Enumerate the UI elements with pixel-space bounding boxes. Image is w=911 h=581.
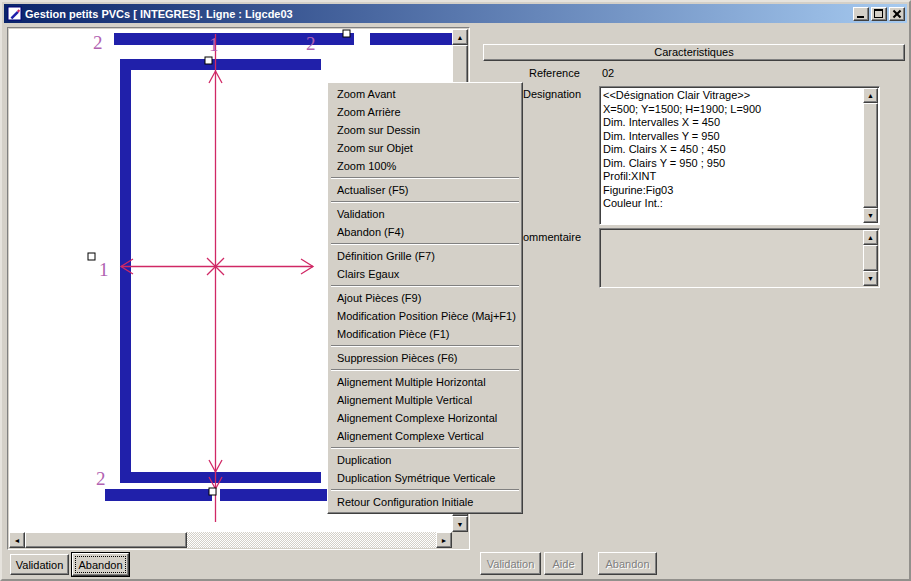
menu-item-zoom-sur-dessin[interactable]: Zoom sur Dessin xyxy=(330,121,520,139)
canvas-horizontal-scrollbar[interactable]: ◄ ► xyxy=(9,532,452,548)
menu-item-retour-configuration-initiale[interactable]: Retour Configuration Initiale xyxy=(330,493,520,511)
menu-separator xyxy=(331,489,519,491)
menu-item-abandon[interactable]: Abandon (F4) xyxy=(330,223,520,241)
menu-item-alignement-multiple-horizontal[interactable]: Alignement Multiple Horizontal xyxy=(330,373,520,391)
scroll-right-button[interactable]: ► xyxy=(436,532,452,548)
scroll-up-button[interactable]: ▲ xyxy=(863,230,878,245)
scrollbar-track[interactable] xyxy=(863,245,878,271)
scroll-down-icon: ▼ xyxy=(867,212,874,219)
scroll-down-button[interactable]: ▼ xyxy=(452,516,468,532)
menu-item-alignement-complexe-vertical[interactable]: Alignement Complexe Vertical xyxy=(330,427,520,445)
scroll-down-button[interactable]: ▼ xyxy=(863,208,878,223)
menu-item-validation[interactable]: Validation xyxy=(330,205,520,223)
scroll-up-button[interactable]: ▲ xyxy=(452,29,468,45)
menu-separator xyxy=(331,243,519,245)
menu-item-alignement-complexe-horizontal[interactable]: Alignement Complexe Horizontal xyxy=(330,409,520,427)
app-window: Gestion petits PVCs [ INTEGRES]. Ligne :… xyxy=(0,0,911,581)
context-menu: Zoom Avant Zoom Arrière Zoom sur Dessin … xyxy=(327,82,523,514)
menu-separator xyxy=(331,369,519,371)
menu-item-clairs-egaux[interactable]: Clairs Egaux xyxy=(330,265,520,283)
menu-item-zoom-sur-objet[interactable]: Zoom sur Objet xyxy=(330,139,520,157)
window-title: Gestion petits PVCs [ INTEGRES]. Ligne :… xyxy=(25,8,851,20)
app-icon xyxy=(7,6,22,21)
reference-label: Reference xyxy=(529,67,580,79)
designation-text: <<Désignation Clair Vitrage>> X=500; Y=1… xyxy=(603,89,862,222)
minimize-icon xyxy=(857,16,864,18)
menu-item-zoom-arriere[interactable]: Zoom Arrière xyxy=(330,103,520,121)
menu-separator xyxy=(331,285,519,287)
scroll-up-icon: ▲ xyxy=(867,92,874,99)
reference-value: 02 xyxy=(602,67,614,79)
scroll-up-icon: ▲ xyxy=(457,34,464,41)
zone-label: 2 xyxy=(306,33,316,54)
menu-item-definition-grille[interactable]: Définition Grille (F7) xyxy=(330,247,520,265)
scroll-up-icon: ▲ xyxy=(867,234,874,241)
menu-item-ajout-pieces[interactable]: Ajout Pièces (F9) xyxy=(330,289,520,307)
horizontal-scrollbar-track[interactable] xyxy=(25,532,436,548)
commentaire-label: Commentaire xyxy=(515,231,581,243)
menu-separator xyxy=(331,177,519,179)
abandon-button[interactable]: Abandon xyxy=(72,553,129,576)
menu-separator xyxy=(331,201,519,203)
zone-label: 1 xyxy=(99,259,109,280)
scrollbar-thumb[interactable] xyxy=(863,245,878,271)
commentaire-scrollbar[interactable]: ▲ ▼ xyxy=(863,230,878,286)
maximize-icon xyxy=(874,9,883,18)
titlebar: Gestion petits PVCs [ INTEGRES]. Ligne :… xyxy=(4,4,907,23)
dimension-lines xyxy=(121,34,313,522)
validation-button[interactable]: Validation xyxy=(10,554,69,575)
horizontal-scrollbar-thumb[interactable] xyxy=(25,532,187,548)
scrollbar-thumb[interactable] xyxy=(863,103,878,208)
menu-item-suppression-pieces[interactable]: Suppression Pièces (F6) xyxy=(330,349,520,367)
aide-button-disabled: Aide xyxy=(544,552,583,575)
scroll-left-icon: ◄ xyxy=(14,537,21,544)
validation-button-disabled: Validation xyxy=(480,552,541,575)
scroll-up-button[interactable]: ▲ xyxy=(863,88,878,103)
caracteristiques-header[interactable]: Caracteristiques xyxy=(483,44,905,61)
menu-separator xyxy=(331,447,519,449)
close-button[interactable] xyxy=(889,7,905,21)
menu-item-duplication-symetrique-verticale[interactable]: Duplication Symétrique Verticale xyxy=(330,469,520,487)
scroll-left-button[interactable]: ◄ xyxy=(9,532,25,548)
scroll-down-icon: ▼ xyxy=(457,521,464,528)
menu-item-zoom-avant[interactable]: Zoom Avant xyxy=(330,85,520,103)
menu-item-duplication[interactable]: Duplication xyxy=(330,451,520,469)
scrollbar-track[interactable] xyxy=(863,103,878,208)
designation-scrollbar[interactable]: ▲ ▼ xyxy=(863,88,878,223)
menu-item-zoom-100[interactable]: Zoom 100% xyxy=(330,157,520,175)
scroll-down-button[interactable]: ▼ xyxy=(863,271,878,286)
minimize-button[interactable] xyxy=(853,7,869,21)
designation-textbox[interactable]: <<Désignation Clair Vitrage>> X=500; Y=1… xyxy=(599,86,880,225)
scroll-down-icon: ▼ xyxy=(867,275,874,282)
menu-item-alignement-multiple-vertical[interactable]: Alignement Multiple Vertical xyxy=(330,391,520,409)
zone-label: 2 xyxy=(96,468,106,489)
commentaire-textbox[interactable]: ▲ ▼ xyxy=(599,228,880,288)
menu-item-actualiser[interactable]: Actualiser (F5) xyxy=(330,181,520,199)
scrollbar-corner xyxy=(452,532,468,548)
close-icon xyxy=(890,8,904,20)
zone-label: 2 xyxy=(93,32,103,53)
menu-item-modification-piece[interactable]: Modification Pièce (F1) xyxy=(330,325,520,343)
menu-separator xyxy=(331,345,519,347)
designation-label: Designation xyxy=(523,88,581,100)
maximize-button[interactable] xyxy=(871,7,887,21)
menu-item-modification-position-piece[interactable]: Modification Position Pièce (Maj+F1) xyxy=(330,307,520,325)
zone-label: 1 xyxy=(209,34,219,55)
abandon-button-disabled: Abandon xyxy=(598,552,657,575)
scroll-right-icon: ► xyxy=(441,537,448,544)
